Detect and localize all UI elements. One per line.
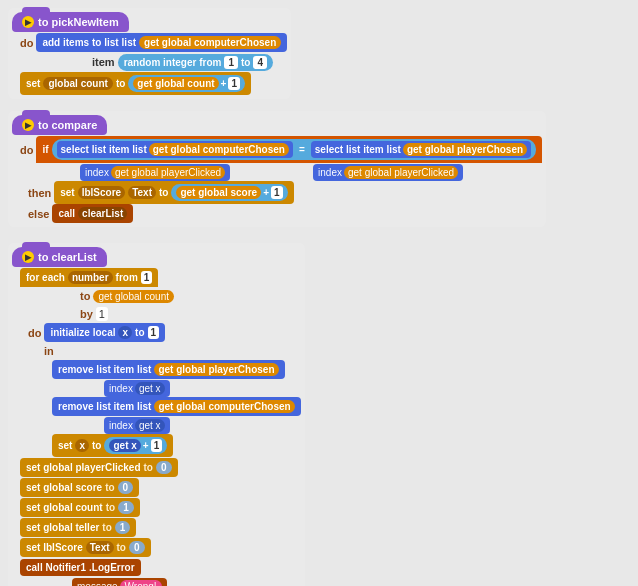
set-score-row: set global score to 0	[12, 478, 301, 497]
hat-row-picknewitem: ▶ to pickNewItem	[12, 12, 287, 32]
add-items-label: add items to list	[42, 37, 118, 48]
select-list-left[interactable]: select list item list get global compute…	[57, 141, 293, 158]
to-label-lbl2: to	[117, 542, 126, 553]
add-items-block[interactable]: add items to list list get global comput…	[36, 33, 287, 52]
if-condition: select list item list get global compute…	[52, 139, 537, 160]
get-x-rep-3[interactable]: get x	[109, 439, 140, 452]
set-score-block[interactable]: set global score to 0	[20, 478, 139, 497]
do-label-clearlist: do	[28, 327, 41, 339]
in-label: in	[44, 345, 54, 357]
if-header-row: do if select list item list get global c…	[20, 136, 542, 163]
if-block[interactable]: if select list item list get global comp…	[36, 136, 542, 163]
index-x-row-2: index get x	[44, 416, 301, 434]
set-count-clearlist-block[interactable]: set global count to 1	[20, 498, 140, 517]
index-block-1[interactable]: index get global playerClicked	[80, 164, 230, 181]
one-box-x: 1	[151, 439, 163, 452]
hat-label-compare: to compare	[38, 119, 97, 131]
set-x-row: set x to get x + 1	[44, 434, 301, 457]
hat-block-picknewitem[interactable]: ▶ to pickNewItem	[12, 12, 129, 32]
player-clicked-rep-2[interactable]: get global playerClicked	[344, 166, 458, 179]
then-label: then	[28, 187, 51, 199]
count-plus-block[interactable]: get global count + 1	[128, 75, 245, 92]
for-each-row: for each number from 1	[20, 268, 301, 287]
set-lblscore-clearlist-block[interactable]: set lblScore Text to 0	[20, 538, 151, 557]
x-var-rep[interactable]: x	[75, 439, 89, 452]
score-plus-block[interactable]: get global score + 1	[171, 184, 287, 201]
by-row: by 1	[20, 305, 301, 323]
text-label-lbl-rep[interactable]: Text	[86, 541, 114, 554]
set-playerclicked-block[interactable]: set global playerClicked to 0	[20, 458, 178, 477]
x-label-rep[interactable]: x	[118, 326, 132, 339]
index-x-block-1[interactable]: index get x	[104, 380, 170, 397]
index-x-block-2[interactable]: index get x	[104, 417, 170, 434]
get-computerchosen-rep[interactable]: get global computerChosen	[154, 400, 294, 413]
call-notifier-block[interactable]: call Notifier1 .LogError	[20, 559, 141, 576]
one-box-init: 1	[148, 326, 160, 339]
get-x-rep-1[interactable]: get x	[135, 382, 165, 395]
number-label-rep[interactable]: number	[68, 271, 113, 284]
index-x-row-1: index get x	[44, 379, 301, 397]
compare-section: ▶ to compare do if select list item	[8, 111, 546, 227]
player-chosen-rep[interactable]: get global playerChosen	[403, 143, 527, 156]
remove-computerchosen-row: remove list item list get global compute…	[44, 397, 301, 416]
random-integer-block[interactable]: random integer from 1 to 4	[118, 54, 273, 71]
zero-rep-score: 0	[118, 481, 134, 494]
get-x-rep-2[interactable]: get x	[135, 419, 165, 432]
set-count-block[interactable]: set global count to get global count + 1	[20, 72, 251, 95]
hat-label-picknewitem: to pickNewItem	[38, 16, 119, 28]
list-label: list	[122, 37, 136, 48]
get-playerchosen-rep[interactable]: get global playerChosen	[154, 363, 278, 376]
remove-computerchosen-block[interactable]: remove list item list get global compute…	[52, 397, 301, 416]
computer-chosen-rep[interactable]: get global computerChosen	[149, 143, 289, 156]
x-plus-block[interactable]: get x + 1	[104, 437, 167, 454]
message-block[interactable]: message Wrong!	[72, 578, 167, 587]
random-label: random integer from	[124, 57, 222, 68]
do-label-compare: do	[20, 144, 33, 156]
wrong-rep: Wrong!	[120, 580, 162, 587]
clearlist-rep[interactable]: clearList	[78, 207, 127, 220]
get-global-count-rep[interactable]: get global count	[93, 290, 174, 303]
one-rep-teller: 1	[115, 521, 131, 534]
if-label: if	[42, 144, 48, 155]
select-list-right[interactable]: select list item list get global playerC…	[311, 141, 531, 158]
pick-new-item-blocks: ▶ to pickNewItem do add items to list li…	[12, 12, 287, 95]
to-label-score: to	[105, 482, 114, 493]
index-block-2[interactable]: index get global playerClicked	[313, 164, 463, 181]
get-computer-chosen-reporter[interactable]: get global computerChosen	[139, 36, 281, 49]
set-teller-block[interactable]: set global teller to 1	[20, 518, 136, 537]
global-count-reporter[interactable]: global count	[43, 77, 112, 90]
to-val-box[interactable]: 4	[253, 56, 267, 69]
hat-block-compare[interactable]: ▶ to compare	[12, 115, 107, 135]
to-row: to get global count	[20, 287, 301, 305]
by-label: by	[80, 308, 93, 320]
one-val-box: 1	[228, 77, 240, 90]
one-rep-count: 1	[118, 501, 134, 514]
get-score-rep[interactable]: get global score	[176, 186, 261, 199]
zero-rep-lbl: 0	[129, 541, 145, 554]
init-local-block[interactable]: initialize local x to 1	[44, 323, 165, 342]
set-count-clearlist-row: set global count to 1	[12, 498, 301, 517]
index-row-1: index get global playerClicked index get…	[20, 163, 542, 181]
call-notifier-row: call Notifier1 .LogError	[12, 558, 301, 576]
for-each-block[interactable]: for each number from 1	[20, 268, 158, 287]
from-val-box[interactable]: 1	[224, 56, 238, 69]
else-row: else call clearList	[20, 204, 542, 223]
hat-label-clearlist: to clearList	[38, 251, 97, 263]
get-count-reporter[interactable]: get global count	[133, 77, 218, 90]
text-label-rep[interactable]: Text	[128, 186, 156, 199]
call-clearlist-block[interactable]: call clearList	[52, 204, 133, 223]
player-clicked-rep-1[interactable]: get global playerClicked	[111, 166, 225, 179]
remove-playerchosen-block[interactable]: remove list item list get global playerC…	[52, 360, 285, 379]
eq-sign: =	[295, 143, 309, 156]
lblscore-rep[interactable]: lblScore	[78, 186, 125, 199]
to-label-pc: to	[144, 462, 153, 473]
item-random-row: item random integer from 1 to 4	[12, 53, 287, 71]
set-lblscore-block[interactable]: set lblScore Text to get global score	[54, 181, 293, 204]
in-label-row: in	[44, 342, 301, 360]
to-label-for: to	[80, 290, 90, 302]
remove-playerchosen-row: remove list item list get global playerC…	[44, 360, 301, 379]
item-label: item	[92, 56, 115, 68]
set-x-block[interactable]: set x to get x + 1	[52, 434, 173, 457]
hat-block-clearlist[interactable]: ▶ to clearList	[12, 247, 107, 267]
do-label-1: do	[20, 37, 33, 49]
